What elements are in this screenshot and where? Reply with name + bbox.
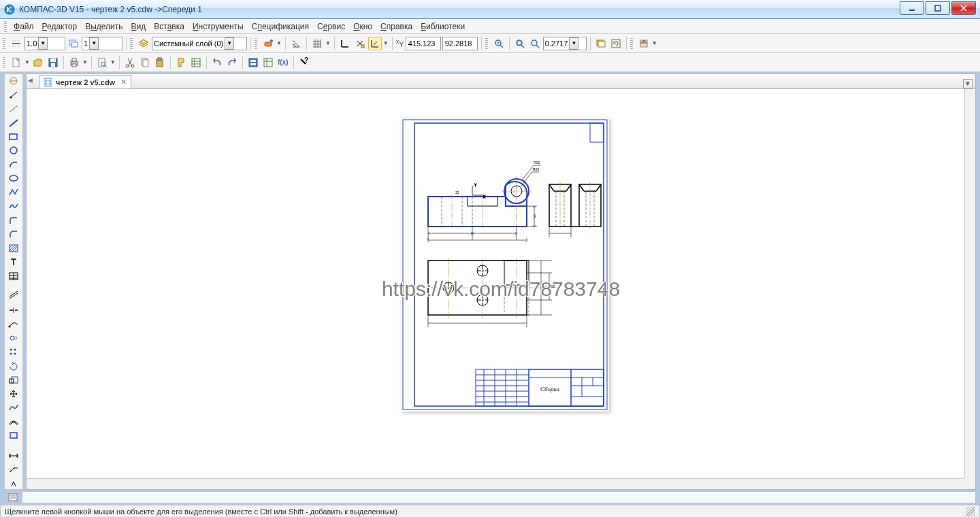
layer-name-combo[interactable]: Системный слой (0)▼: [152, 37, 247, 50]
maximize-button[interactable]: [926, 1, 950, 15]
chevron-down-icon[interactable]: ▼: [225, 37, 234, 50]
menu-view[interactable]: Вид: [127, 20, 150, 33]
arc-icon[interactable]: [7, 159, 20, 170]
cut-icon[interactable]: [123, 56, 137, 69]
orientation-icon[interactable]: [637, 37, 651, 50]
chevron-down-icon[interactable]: ▼: [569, 37, 578, 50]
roughness-icon[interactable]: [7, 478, 20, 489]
move-icon[interactable]: [7, 388, 20, 399]
curve-icon[interactable]: [7, 402, 20, 413]
new-doc-icon[interactable]: [10, 56, 23, 69]
paste-icon[interactable]: [153, 56, 167, 69]
menu-service[interactable]: Сервис: [313, 20, 349, 33]
menu-tools[interactable]: Инструменты: [189, 20, 248, 33]
resize-grip-icon[interactable]: [966, 507, 975, 516]
undo-icon[interactable]: [210, 56, 224, 69]
contour-icon[interactable]: [7, 430, 20, 441]
mirror-icon[interactable]: [7, 333, 20, 344]
array-icon[interactable]: [7, 346, 20, 357]
menu-help[interactable]: Справка: [376, 20, 416, 33]
snap-icon[interactable]: [353, 37, 367, 50]
format-painter-icon[interactable]: [174, 56, 188, 69]
extend-icon[interactable]: [7, 318, 20, 329]
line-icon[interactable]: [7, 117, 20, 128]
menubar: Файл Редактор Выделить Вид Вставка Инстр…: [0, 19, 980, 34]
chevron-down-icon[interactable]: ▼: [38, 37, 48, 50]
chevron-down-icon[interactable]: ▼: [89, 37, 99, 50]
zoom-scale-icon[interactable]: [528, 37, 542, 50]
scale-icon[interactable]: [7, 374, 20, 385]
svg-rect-52: [12, 377, 18, 383]
menu-window[interactable]: Окно: [349, 20, 376, 33]
rect-icon[interactable]: [7, 131, 20, 142]
layer-num-combo[interactable]: 1▼: [82, 37, 122, 50]
scrollbar-vertical[interactable]: [964, 89, 975, 478]
geometry-icon[interactable]: [7, 76, 20, 86]
copy-icon[interactable]: [138, 56, 152, 69]
trim-icon[interactable]: [7, 305, 20, 316]
svg-point-41: [10, 176, 18, 181]
text-icon[interactable]: [7, 256, 20, 267]
zoom-window-icon[interactable]: [492, 37, 506, 50]
line-style-icon[interactable]: [10, 37, 23, 50]
coord-toggle-icon[interactable]: [368, 37, 382, 50]
menu-insert[interactable]: Вставка: [150, 20, 189, 33]
table-icon[interactable]: [7, 270, 20, 281]
properties-icon[interactable]: [189, 56, 203, 69]
layers-icon[interactable]: [67, 37, 80, 50]
fillet-icon[interactable]: [7, 215, 20, 226]
circle-icon[interactable]: [7, 145, 20, 156]
rotate-icon[interactable]: [7, 360, 20, 371]
polyline-icon[interactable]: [7, 187, 20, 198]
offset-icon[interactable]: [7, 290, 20, 301]
document-tab[interactable]: чертеж 2 v5.cdw ✕: [39, 75, 131, 88]
tabs-dropdown-icon[interactable]: ▼: [963, 79, 973, 88]
hatch-icon[interactable]: [7, 242, 20, 253]
help-icon[interactable]: ?: [297, 56, 311, 69]
variables-icon[interactable]: [261, 56, 275, 69]
layer-manager-icon[interactable]: [137, 37, 150, 50]
refresh-view-icon[interactable]: [609, 37, 623, 50]
menu-spec[interactable]: Спецификация: [248, 20, 313, 33]
manager-icon[interactable]: [246, 56, 260, 69]
point-icon[interactable]: [7, 89, 20, 100]
chamfer-icon[interactable]: [7, 229, 20, 239]
lineweight-combo[interactable]: 1.0▼: [24, 37, 65, 50]
equidistant-icon[interactable]: [7, 416, 20, 427]
dimension-icon[interactable]: [7, 450, 20, 461]
save-icon[interactable]: [46, 56, 60, 69]
print-icon[interactable]: [67, 56, 81, 69]
fx-icon[interactable]: f(x): [276, 56, 290, 69]
scrollbar-horizontal[interactable]: [27, 478, 964, 489]
command-history-icon[interactable]: [6, 490, 20, 504]
menu-file[interactable]: Файл: [10, 20, 38, 33]
preview-icon[interactable]: [95, 56, 109, 69]
spline-icon[interactable]: [7, 201, 20, 212]
window-list-icon[interactable]: [594, 37, 608, 50]
menu-libs[interactable]: Библиотеки: [416, 20, 469, 33]
chevron-left-icon[interactable]: ◀: [28, 77, 33, 84]
eraser-icon[interactable]: [261, 37, 275, 50]
menu-edit[interactable]: Редактор: [38, 20, 82, 33]
svg-point-11: [532, 40, 537, 46]
zoom-combo[interactable]: 0.2717▼: [543, 37, 587, 50]
statusbar: Щелкните левой кнопкой мыши на объекте д…: [1, 505, 979, 517]
grid-icon[interactable]: [310, 37, 324, 50]
canvas[interactable]: YX 32 R25 R20: [27, 89, 975, 489]
tab-close-icon[interactable]: ✕: [120, 78, 127, 86]
coord-x-field[interactable]: 415.123: [406, 37, 441, 50]
leader-icon[interactable]: [7, 464, 20, 475]
ortho-icon[interactable]: [338, 37, 352, 50]
open-icon[interactable]: [31, 56, 45, 69]
minimize-button[interactable]: [900, 1, 924, 15]
menu-select[interactable]: Выделить: [81, 20, 127, 33]
coord-y-field[interactable]: 92.2818: [442, 37, 478, 50]
ellipse-icon[interactable]: [7, 173, 20, 184]
zoom-fit-icon[interactable]: [513, 37, 527, 50]
layer-name-value: Системный слой (0): [154, 39, 223, 48]
aux-line-icon[interactable]: [7, 103, 20, 114]
command-input[interactable]: [22, 491, 976, 503]
angle-icon[interactable]: [289, 37, 303, 50]
close-button[interactable]: [951, 1, 976, 15]
redo-icon[interactable]: [225, 56, 239, 69]
